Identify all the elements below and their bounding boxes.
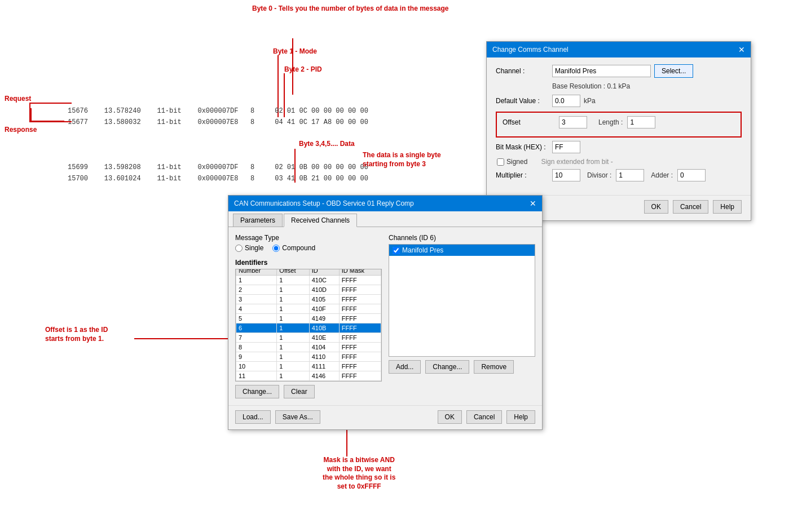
annotation-response: Response bbox=[5, 126, 37, 135]
can-saveas-button[interactable]: Save As... bbox=[275, 410, 320, 424]
table-row[interactable]: 11410CFFFF bbox=[236, 276, 381, 285]
length-label: Length : bbox=[598, 118, 623, 126]
request-bracket-top bbox=[29, 103, 72, 104]
channel-input[interactable] bbox=[552, 65, 651, 77]
bitmask-row: Bit Mask (HEX) : bbox=[496, 141, 742, 153]
tab-parameters[interactable]: Parameters bbox=[233, 214, 283, 227]
channels-list-wrapper: Manifold Pres bbox=[389, 244, 535, 357]
offset-label: Offset bbox=[503, 118, 559, 126]
identifiers-label: Identifiers bbox=[235, 259, 382, 267]
remove-channel-button[interactable]: Remove bbox=[474, 360, 514, 374]
can-load-button[interactable]: Load... bbox=[235, 410, 271, 424]
annotation-byte34: Byte 3,4,5.... Data bbox=[299, 140, 355, 149]
radio-compound-input[interactable] bbox=[272, 245, 280, 252]
data-row-3: 15699 13.598208 11-bit 0x000007DF 8 02 0… bbox=[68, 163, 368, 171]
signed-row: Signed Sign extended from bit - bbox=[497, 158, 742, 166]
annotation-byte2: Byte 2 - PID bbox=[284, 65, 322, 74]
comms-dialog-titlebar: Change Comms Channel ✕ bbox=[487, 42, 751, 57]
change-identifier-button[interactable]: Change... bbox=[235, 385, 279, 398]
data-row-2: 15677 13.580032 11-bit 0x000007E8 8 04 4… bbox=[68, 118, 368, 126]
multiplier-label: Multiplier : bbox=[496, 171, 552, 179]
table-row[interactable]: 814104FFFF bbox=[236, 343, 381, 352]
left-col: Message Type Single Compound Identifiers bbox=[235, 234, 382, 398]
col-number: Number bbox=[236, 269, 277, 276]
signed-checkbox[interactable] bbox=[497, 158, 504, 166]
add-channel-button[interactable]: Add... bbox=[389, 360, 421, 374]
annotation-byte1: Byte 1 - Mode bbox=[273, 47, 317, 56]
response-bracket-h bbox=[30, 121, 64, 122]
adder-input[interactable] bbox=[677, 169, 706, 181]
base-resolution-text: Base Resolution : 0.1 kPa bbox=[552, 82, 630, 90]
base-resolution-row: Base Resolution : 0.1 kPa bbox=[552, 82, 742, 90]
table-row[interactable]: 914110FFFF bbox=[236, 352, 381, 362]
bitmask-input[interactable] bbox=[552, 141, 580, 153]
table-row[interactable]: 41410FFFFF bbox=[236, 304, 381, 314]
sign-ext-label: Sign extended from bit - bbox=[541, 158, 612, 166]
table-row[interactable]: 314105FFFF bbox=[236, 295, 381, 304]
multiplier-row: Multiplier : Divisor : Adder : bbox=[496, 169, 742, 181]
channel-name-manifold: Manifold Pres bbox=[402, 246, 443, 254]
col-idmask: ID Mask bbox=[339, 269, 381, 276]
radio-single-label: Single bbox=[245, 244, 263, 252]
can-dialog: CAN Communications Setup - OBD Service 0… bbox=[228, 195, 543, 430]
table-row[interactable]: 21410DFFFF bbox=[236, 285, 381, 295]
comms-dialog: Change Comms Channel ✕ Channel : Select.… bbox=[486, 41, 751, 221]
clear-button[interactable]: Clear bbox=[284, 385, 315, 398]
can-close-button[interactable]: ✕ bbox=[530, 199, 536, 208]
radio-single: Single bbox=[235, 244, 263, 252]
change-channel-button[interactable]: Change... bbox=[425, 360, 469, 374]
data-row-1: 15676 13.578240 11-bit 0x000007DF 8 02 0… bbox=[68, 107, 368, 115]
length-input[interactable] bbox=[627, 116, 655, 128]
radio-single-input[interactable] bbox=[235, 245, 243, 252]
col-offset: Offset bbox=[277, 269, 309, 276]
can-dialog-title: CAN Communications Setup - OBD Service 0… bbox=[234, 200, 414, 207]
comms-dialog-title: Change Comms Channel bbox=[492, 46, 569, 54]
channels-label: Channels (ID 6) bbox=[389, 234, 535, 242]
table-row[interactable]: 61410BFFFF bbox=[236, 323, 381, 333]
channel-row: Channel : Select... bbox=[496, 64, 742, 78]
channel-checkbox-manifold[interactable] bbox=[393, 247, 400, 254]
two-col-layout: Message Type Single Compound Identifiers bbox=[235, 234, 535, 398]
tab-bar: Parameters Received Channels bbox=[228, 211, 542, 227]
identifiers-table: Number Offset ID ID Mask 11410CFFFF21410… bbox=[236, 269, 381, 381]
comms-ok-button[interactable]: OK bbox=[644, 200, 668, 214]
byte34-line bbox=[294, 149, 296, 183]
comms-cancel-button[interactable]: Cancel bbox=[673, 200, 708, 214]
comms-help-button[interactable]: Help bbox=[713, 200, 742, 214]
signed-label: Signed bbox=[506, 158, 527, 166]
radio-compound: Compound bbox=[272, 244, 315, 252]
comms-close-button[interactable]: ✕ bbox=[738, 45, 745, 54]
annotation-offset: Offset is 1 as the IDstarts from byte 1. bbox=[45, 326, 108, 343]
radio-row: Single Compound bbox=[235, 244, 382, 252]
table-row[interactable]: 1014111FFFF bbox=[236, 362, 381, 371]
data-row-4: 15700 13.601024 11-bit 0x000007E8 8 03 4… bbox=[68, 175, 368, 183]
can-dialog-titlebar: CAN Communications Setup - OBD Service 0… bbox=[228, 196, 542, 211]
can-cancel-button[interactable]: Cancel bbox=[466, 410, 502, 424]
annotation-request: Request bbox=[5, 95, 31, 104]
default-value-row: Default Value : kPa bbox=[496, 95, 742, 107]
right-col: Channels (ID 6) Manifold Pres Add... Cha… bbox=[389, 234, 535, 398]
offset-input[interactable] bbox=[559, 116, 587, 128]
can-ok-button[interactable]: OK bbox=[438, 410, 462, 424]
default-unit: kPa bbox=[584, 97, 596, 105]
divisor-input[interactable] bbox=[616, 169, 644, 181]
table-row[interactable]: 514149FFFF bbox=[236, 314, 381, 323]
table-header-row: Number Offset ID ID Mask bbox=[236, 269, 381, 276]
msg-type-section: Message Type Single Compound bbox=[235, 234, 382, 252]
channels-btn-row: Add... Change... Remove bbox=[389, 360, 535, 374]
response-bracket bbox=[30, 108, 32, 121]
divisor-label: Divisor : bbox=[587, 171, 611, 179]
select-button[interactable]: Select... bbox=[654, 64, 693, 78]
can-dialog-footer: Load... Save As... OK Cancel Help bbox=[228, 405, 542, 429]
annotation-mask: Mask is a bitwise ANDwith the ID, we wan… bbox=[323, 456, 395, 491]
can-help-button[interactable]: Help bbox=[506, 410, 535, 424]
default-value-input[interactable] bbox=[552, 95, 580, 107]
adder-label: Adder : bbox=[651, 171, 673, 179]
channel-item-manifold[interactable]: Manifold Pres bbox=[389, 245, 535, 256]
tab-received-channels[interactable]: Received Channels bbox=[284, 214, 357, 227]
table-row[interactable]: 71410EFFFF bbox=[236, 333, 381, 343]
multiplier-input[interactable] bbox=[552, 169, 580, 181]
col-id: ID bbox=[309, 269, 339, 276]
table-row[interactable]: 1114146FFFF bbox=[236, 371, 381, 381]
offset-length-row: Offset Length : bbox=[503, 116, 735, 128]
